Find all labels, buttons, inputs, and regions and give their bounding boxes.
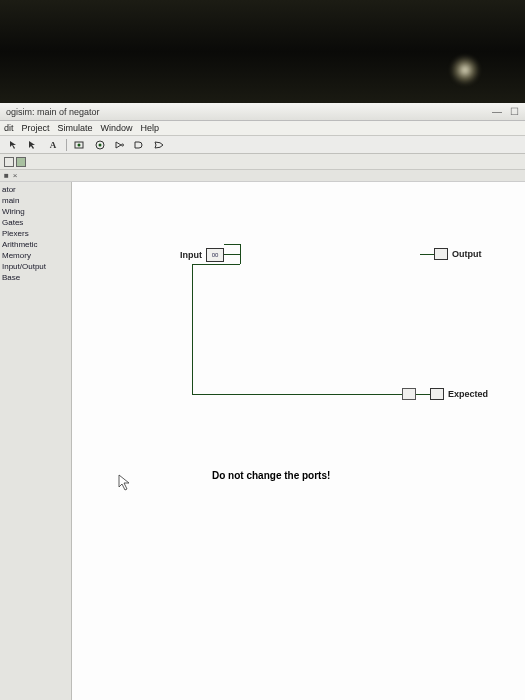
expected-pin-box[interactable] bbox=[402, 388, 416, 400]
expected-pin[interactable] bbox=[430, 388, 444, 400]
poke-tool-icon[interactable] bbox=[6, 139, 20, 151]
sidebar-item-gates[interactable]: Gates bbox=[2, 217, 69, 228]
menu-project[interactable]: Project bbox=[22, 123, 50, 133]
menubar: dit Project Simulate Window Help bbox=[0, 121, 525, 136]
wire[interactable] bbox=[192, 264, 240, 265]
svg-point-1 bbox=[78, 143, 81, 146]
sidebar-item-memory[interactable]: Memory bbox=[2, 250, 69, 261]
project-icon[interactable] bbox=[4, 157, 14, 167]
app-window: ogisim: main of negator — ☐ dit Project … bbox=[0, 103, 525, 700]
wire[interactable] bbox=[224, 254, 240, 255]
window-title: ogisim: main of negator bbox=[6, 107, 100, 117]
zoom-bar: ■ × bbox=[0, 170, 525, 182]
circuit-icon[interactable] bbox=[16, 157, 26, 167]
explorer-sidebar: ator main Wiring Gates Plexers Arithmeti… bbox=[0, 182, 72, 700]
input-pin[interactable]: 00 bbox=[206, 248, 224, 262]
sidebar-item-base[interactable]: Base bbox=[2, 272, 69, 283]
output-pin-label: Output bbox=[452, 249, 482, 259]
or-gate-tool-icon[interactable] bbox=[153, 139, 167, 151]
toolbar: A bbox=[0, 136, 525, 154]
menu-simulate[interactable]: Simulate bbox=[58, 123, 93, 133]
sidebar-item-main[interactable]: main bbox=[2, 195, 69, 206]
titlebar: ogisim: main of negator — ☐ bbox=[0, 103, 525, 121]
edit-tool-icon[interactable] bbox=[26, 139, 40, 151]
expected-pin-label: Expected bbox=[448, 389, 488, 399]
screen-reflection bbox=[450, 55, 480, 85]
cursor-icon bbox=[118, 474, 132, 496]
svg-point-4 bbox=[122, 144, 124, 146]
sidebar-item-wiring[interactable]: Wiring bbox=[2, 206, 69, 217]
sidebar-item-plexers[interactable]: Plexers bbox=[2, 228, 69, 239]
and-gate-tool-icon[interactable] bbox=[133, 139, 147, 151]
monitor-bezel bbox=[0, 0, 525, 103]
wire[interactable] bbox=[224, 244, 240, 245]
wire[interactable] bbox=[240, 244, 241, 264]
menu-edit[interactable]: dit bbox=[4, 123, 14, 133]
menu-window[interactable]: Window bbox=[101, 123, 133, 133]
main-area: ator main Wiring Gates Plexers Arithmeti… bbox=[0, 182, 525, 700]
iconbar bbox=[0, 154, 525, 170]
input-pin-value: 00 bbox=[212, 252, 219, 258]
not-gate-tool-icon[interactable] bbox=[113, 139, 127, 151]
wire[interactable] bbox=[420, 254, 434, 255]
toolbar-separator bbox=[66, 139, 67, 151]
svg-point-3 bbox=[99, 143, 102, 146]
minimize-button[interactable]: — bbox=[492, 106, 502, 117]
circuit-canvas[interactable]: Input 00 Output Ex bbox=[72, 182, 525, 700]
sidebar-item-ator[interactable]: ator bbox=[2, 184, 69, 195]
warning-caption: Do not change the ports! bbox=[212, 470, 330, 481]
zoom-control[interactable]: × bbox=[13, 171, 18, 180]
output-pin[interactable] bbox=[434, 248, 448, 260]
sidebar-item-inputoutput[interactable]: Input/Output bbox=[2, 261, 69, 272]
zoom-indicator: ■ bbox=[4, 171, 9, 180]
menu-help[interactable]: Help bbox=[141, 123, 160, 133]
maximize-button[interactable]: ☐ bbox=[510, 106, 519, 117]
sidebar-item-arithmetic[interactable]: Arithmetic bbox=[2, 239, 69, 250]
wire[interactable] bbox=[192, 264, 193, 394]
wire[interactable] bbox=[416, 394, 430, 395]
wire[interactable] bbox=[192, 394, 402, 395]
output-pin-tool-icon[interactable] bbox=[93, 139, 107, 151]
input-pin-label: Input bbox=[180, 250, 202, 260]
text-tool-icon[interactable]: A bbox=[46, 139, 60, 151]
input-pin-tool-icon[interactable] bbox=[73, 139, 87, 151]
